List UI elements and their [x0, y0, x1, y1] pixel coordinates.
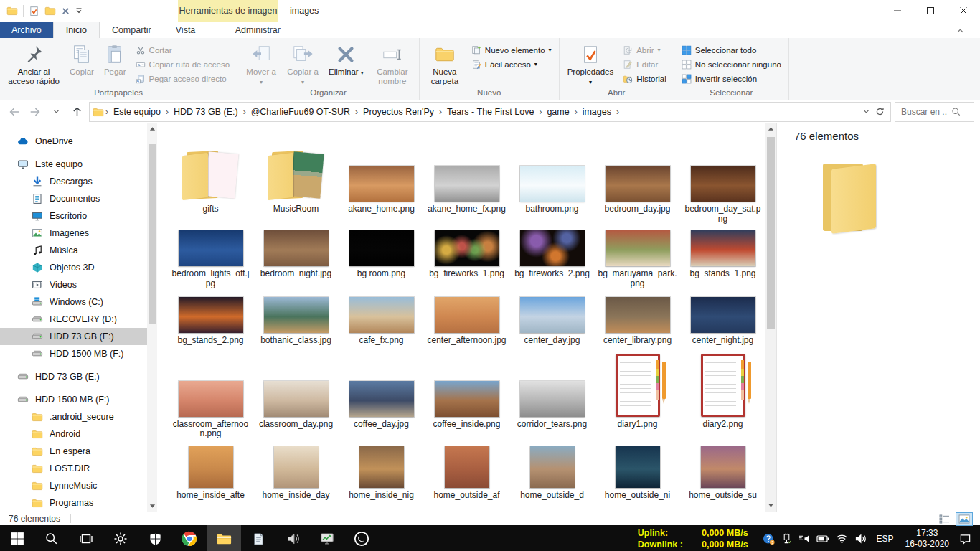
sidebar-item-im-genes[interactable]: Imágenes [0, 225, 147, 242]
taskbar-file-explorer-button[interactable] [207, 525, 241, 551]
breadcrumb-item-este-equipo[interactable]: Este equipo [110, 107, 164, 117]
file-bg-fireworks-1-png[interactable]: bg_fireworks_1.png [424, 230, 509, 288]
sidebar-item-hdd-73-gb-e[interactable]: HDD 73 GB (E:) [0, 328, 147, 345]
taskbar-resource-monitor-button[interactable] [310, 525, 344, 551]
back-button[interactable] [6, 103, 23, 121]
language-indicator[interactable]: ESP [871, 525, 900, 551]
sidebar-scroll-thumb[interactable] [149, 144, 156, 324]
invert-selection-button[interactable]: Invertir selección [682, 72, 781, 85]
sidebar-item-descargas[interactable]: Descargas [0, 173, 147, 190]
file-home-inside-nig[interactable]: home_inside_nig [339, 446, 424, 501]
sidebar-item-documentos[interactable]: Documentos [0, 190, 147, 207]
file-classroom-day-png[interactable]: classroom_day.png [253, 356, 339, 439]
clock[interactable]: 17:33 16-03-2020 [900, 525, 955, 551]
file-classroom-afternoon-png[interactable]: classroom_afternoon.png [168, 356, 253, 439]
help-tray-icon[interactable] [763, 533, 775, 545]
breadcrumb-item-hdd-73-gb-e[interactable]: HDD 73 GB (E:) [170, 107, 242, 117]
file-center-day-jpg[interactable]: center_day.jpg [509, 297, 595, 346]
file-diary1-png[interactable]: diary1.png [595, 356, 680, 439]
history-button[interactable]: Historial [623, 72, 666, 85]
file-bg-stands-1-png[interactable]: bg_stands_1.png [680, 230, 765, 288]
tab-vista[interactable]: Vista [164, 22, 208, 38]
file-center-library-png[interactable]: center_library.png [595, 297, 680, 346]
sidebar-item-m-sica[interactable]: Música [0, 242, 147, 259]
sidebar-item-windows-c[interactable]: Windows (C:) [0, 293, 147, 311]
file-home-outside-su[interactable]: home_outside_su [680, 446, 765, 501]
wifi-tray-icon[interactable] [836, 534, 848, 544]
scroll-up-icon[interactable] [147, 123, 157, 134]
cut-button[interactable]: Cortar [136, 44, 230, 56]
file-bedroom-day-sat-png[interactable]: bedroom_day_sat.png [680, 151, 765, 224]
file-corridor-tears-png[interactable]: corridor_tears.png [509, 356, 595, 439]
sidebar-item-videos[interactable]: Videos [0, 276, 147, 293]
file-center-afternoon-jpg[interactable]: center_afternoon.jpg [424, 297, 509, 346]
usb-tray-icon[interactable] [781, 533, 792, 545]
sidebar-item-hdd-73-gb-e[interactable]: HDD 73 GB (E:) [0, 368, 147, 385]
folder-icon[interactable] [6, 5, 18, 17]
volume-tray-icon[interactable] [854, 533, 867, 545]
file-coffee-inside-png[interactable]: coffee_inside.png [424, 356, 509, 439]
file-diary2-png[interactable]: diary2.png [680, 356, 765, 439]
breadcrumb-item-tears-the-first-love[interactable]: Tears - The First Love [443, 107, 537, 117]
properties-check-icon[interactable] [29, 6, 39, 17]
file-coffee-day-jpg[interactable]: coffee_day.jpg [339, 356, 424, 439]
breadcrumb-item-proyectos-ren-py[interactable]: Proyectos Ren'Py [359, 107, 438, 117]
mixer-tray-icon[interactable] [798, 533, 810, 545]
sidebar-item-hdd-1500-mb-f[interactable]: HDD 1500 MB (F:) [0, 391, 147, 408]
up-button[interactable] [68, 103, 85, 121]
file-bedroom-day-jpg[interactable]: bedroom_day.jpg [595, 151, 680, 224]
sidebar-item-este-equipo[interactable]: Este equipo [0, 156, 147, 173]
edit-button[interactable]: Editar [623, 58, 666, 70]
sidebar-item-recovery-d[interactable]: RECOVERY (D:) [0, 311, 147, 328]
refresh-icon[interactable] [875, 107, 885, 116]
properties-button[interactable]: Propiedades▾ [562, 40, 619, 88]
sidebar-item-en-espera[interactable]: En espera [0, 443, 147, 460]
file-bg-room-png[interactable]: bg room.png [339, 230, 424, 288]
sidebar-item-android-secure[interactable]: .android_secure [0, 408, 147, 425]
sidebar-item-objetos-3d[interactable]: Objetos 3D [0, 259, 147, 276]
scroll-down-icon[interactable] [147, 500, 157, 512]
battery-tray-icon[interactable] [816, 534, 829, 544]
easy-access-button[interactable]: Fácil acceso ▾ [471, 58, 552, 70]
breadcrumb-item-game[interactable]: game [543, 107, 573, 117]
file-home-outside-af[interactable]: home_outside_af [424, 446, 509, 501]
rename-button[interactable]: Cambiar nombre [369, 40, 416, 88]
file-bg-stands-2-png[interactable]: bg_stands_2.png [168, 297, 253, 346]
new-item-button[interactable]: Nuevo elemento ▾ [471, 44, 552, 56]
taskbar-chrome-button[interactable] [172, 525, 207, 551]
file-center-night-jpg[interactable]: center_night.jpg [680, 297, 765, 346]
select-none-button[interactable]: No seleccionar ninguno [682, 58, 781, 70]
search-input[interactable] [900, 106, 948, 118]
taskbar-settings-button[interactable] [103, 525, 138, 551]
file-musicroom[interactable]: MusicRoom [253, 151, 339, 224]
qat-customize-chevron-icon[interactable] [75, 7, 83, 14]
breadcrumb[interactable]: ›Este equipo›HDD 73 GB (E:)›@CharlieFuu6… [89, 102, 891, 122]
collapse-ribbon-button[interactable] [956, 25, 964, 38]
file-bothanic-class-jpg[interactable]: bothanic_class.jpg [253, 297, 339, 346]
tab-administrar[interactable]: Administrar [207, 22, 308, 38]
taskbar-volume-app-button[interactable] [275, 525, 310, 551]
taskbar-obs-studio-button[interactable] [344, 525, 379, 551]
tab-compartir[interactable]: Compartir [100, 22, 164, 38]
copy-button[interactable]: Copiar [65, 40, 99, 88]
select-all-button[interactable]: Seleccionar todo [682, 44, 781, 56]
sidebar-item-lynnemusic[interactable]: LynneMusic [0, 477, 147, 494]
file-akane-home-png[interactable]: akane_home.png [339, 151, 424, 224]
file-home-inside-afte[interactable]: home_inside_afte [168, 446, 253, 501]
details-view-button[interactable] [936, 512, 953, 526]
main-scrollbar[interactable] [765, 123, 776, 512]
taskbar-task-view-button[interactable] [69, 525, 103, 551]
file-bedroom-night-jpg[interactable]: bedroom_night.jpg [253, 230, 339, 288]
sidebar-item-escritorio[interactable]: Escritorio [0, 207, 147, 225]
delete-x-icon[interactable] [61, 6, 70, 16]
taskbar-start-button[interactable] [0, 525, 34, 551]
file-home-outside-d[interactable]: home_outside_d [509, 446, 595, 501]
file-bedroom-lights-off-jpg[interactable]: bedroom_lights_off.jpg [168, 230, 253, 288]
file-bathroom-png[interactable]: bathroom.png [509, 151, 595, 224]
taskbar-notepad-button[interactable] [241, 525, 275, 551]
search-box[interactable] [895, 102, 974, 122]
sidebar-item-lost-dir[interactable]: LOST.DIR [0, 460, 147, 477]
pin-to-quick-access-button[interactable]: Anclar al acceso rápido [3, 40, 65, 88]
paste-shortcut-button[interactable]: Pegar acceso directo [136, 72, 230, 85]
file-cafe-fx-png[interactable]: cafe_fx.png [339, 297, 424, 346]
